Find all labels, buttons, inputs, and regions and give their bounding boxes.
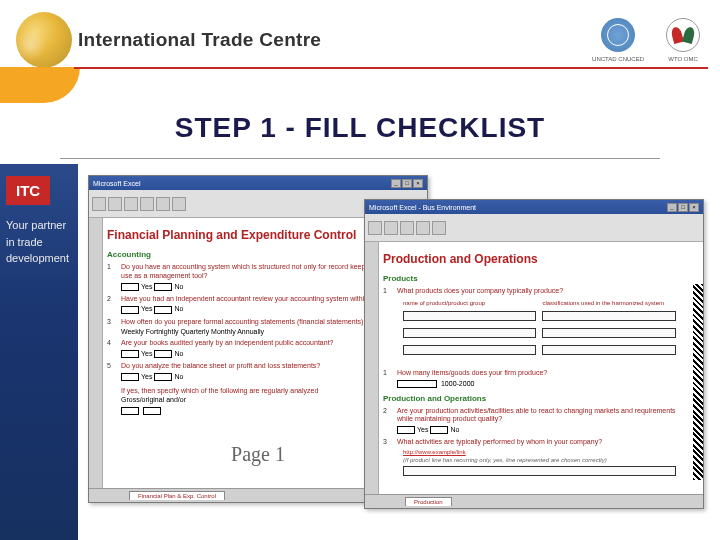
checkbox[interactable] bbox=[154, 306, 172, 314]
content-area: Microsoft Excel _ □ × Financial Planning… bbox=[82, 175, 714, 534]
row-headers bbox=[89, 218, 103, 488]
text-field[interactable] bbox=[397, 380, 437, 388]
checkbox[interactable] bbox=[154, 373, 172, 381]
col-label: classifications used in the harmonized s… bbox=[542, 300, 664, 306]
sheet-tab[interactable]: Production bbox=[405, 497, 452, 506]
page-number: Page 1 bbox=[231, 443, 285, 466]
text-field[interactable] bbox=[542, 345, 675, 355]
checkbox[interactable] bbox=[121, 373, 139, 381]
wto-icon bbox=[666, 18, 700, 52]
tagline-2: in trade bbox=[6, 234, 72, 251]
unctad-logo: UNCTAD CNUCED bbox=[592, 18, 644, 62]
org-logo-block: International Trade Centre bbox=[16, 12, 321, 68]
excel-toolbar bbox=[365, 214, 703, 242]
checkbox[interactable] bbox=[121, 306, 139, 314]
question-text: What activities are typically performed … bbox=[397, 438, 602, 445]
column-labels: name of product/product group classifica… bbox=[403, 300, 693, 306]
sheet-tab[interactable]: Financial Plan & Exp. Control bbox=[129, 491, 225, 500]
minimize-button[interactable]: _ bbox=[391, 179, 401, 188]
answer-row: 1000-2000 bbox=[397, 380, 693, 388]
close-button[interactable]: × bbox=[689, 203, 699, 212]
window-title: Microsoft Excel bbox=[93, 180, 391, 187]
titlebar: Microsoft Excel - Bus Environment _ □ × bbox=[365, 200, 703, 214]
toolbar-button[interactable] bbox=[108, 197, 122, 211]
text-field[interactable] bbox=[403, 345, 536, 355]
subsection-header: Products bbox=[383, 274, 693, 283]
scrollbar-pattern[interactable] bbox=[693, 284, 703, 480]
text-field[interactable] bbox=[542, 311, 675, 321]
sheet-tabs: Production bbox=[365, 494, 703, 508]
question-text: How many items/goods does your firm prod… bbox=[397, 369, 547, 376]
sidebar: ITC Your partner in trade development bbox=[0, 164, 78, 540]
col-label: name of product/product group bbox=[403, 300, 536, 306]
wto-label: WTO OMC bbox=[666, 56, 700, 62]
tagline-1: Your partner bbox=[6, 217, 72, 234]
question-p2: 2Are your production activities/faciliti… bbox=[397, 407, 693, 425]
minimize-button[interactable]: _ bbox=[667, 203, 677, 212]
close-button[interactable]: × bbox=[413, 179, 423, 188]
titlebar: Microsoft Excel _ □ × bbox=[89, 176, 427, 190]
window-buttons: _ □ × bbox=[391, 179, 423, 188]
tagline-3: development bbox=[6, 250, 72, 267]
toolbar-button[interactable] bbox=[124, 197, 138, 211]
unctad-label: UNCTAD CNUCED bbox=[592, 56, 644, 62]
tagline: Your partner in trade development bbox=[6, 217, 72, 267]
checkbox[interactable] bbox=[430, 426, 448, 434]
question-text: Are your production activities/facilitie… bbox=[397, 407, 676, 423]
checkbox[interactable] bbox=[397, 426, 415, 434]
un-wreath-icon bbox=[601, 18, 635, 52]
hint-text: (If product line has recurring only, yes… bbox=[403, 457, 693, 463]
toolbar-button[interactable] bbox=[400, 221, 414, 235]
question-p1b: 1How many items/goods does your firm pro… bbox=[397, 369, 693, 378]
toolbar-button[interactable] bbox=[92, 197, 106, 211]
section-title: Production and Operations bbox=[383, 252, 693, 266]
org-name: International Trade Centre bbox=[78, 29, 321, 51]
partner-logos: UNCTAD CNUCED WTO OMC bbox=[592, 18, 700, 62]
text-field[interactable] bbox=[403, 328, 536, 338]
checkbox[interactable] bbox=[154, 283, 172, 291]
excel-window-production: Microsoft Excel - Bus Environment _ □ × … bbox=[364, 199, 704, 509]
wto-logo: WTO OMC bbox=[666, 18, 700, 62]
text-field[interactable] bbox=[542, 328, 675, 338]
input-row bbox=[403, 325, 693, 342]
checkbox[interactable] bbox=[154, 350, 172, 358]
checkbox[interactable] bbox=[121, 283, 139, 291]
maximize-button[interactable]: □ bbox=[402, 179, 412, 188]
globe-icon bbox=[16, 12, 72, 68]
checkbox[interactable] bbox=[143, 407, 161, 415]
maximize-button[interactable]: □ bbox=[678, 203, 688, 212]
row-headers bbox=[365, 242, 379, 494]
itc-badge: ITC bbox=[6, 176, 50, 205]
title-rule bbox=[60, 158, 660, 159]
text-field[interactable] bbox=[403, 311, 536, 321]
slide-title: STEP 1 - FILL CHECKLIST bbox=[0, 112, 720, 144]
question-text: Do you analyze the balance sheet or prof… bbox=[121, 362, 320, 369]
subsection-header: Production and Operations bbox=[383, 394, 693, 403]
input-row bbox=[403, 342, 693, 359]
question-p1: 1What products does your company typical… bbox=[397, 287, 693, 296]
question-text: What products does your company typicall… bbox=[397, 287, 563, 294]
text-field[interactable] bbox=[403, 466, 676, 476]
checkbox[interactable] bbox=[121, 407, 139, 415]
decorative-curve bbox=[0, 67, 80, 103]
toolbar-button[interactable] bbox=[140, 197, 154, 211]
hyperlink[interactable]: http://www.example/link bbox=[403, 449, 693, 455]
question-text: How often do you prepare formal accounti… bbox=[121, 318, 367, 325]
toolbar-button[interactable] bbox=[172, 197, 186, 211]
answer-row: Yes No bbox=[397, 426, 693, 434]
toolbar-button[interactable] bbox=[156, 197, 170, 211]
question-text: Are your books audited yearly by an inde… bbox=[121, 339, 333, 346]
header-rule bbox=[74, 67, 708, 69]
toolbar-button[interactable] bbox=[384, 221, 398, 235]
slide-header: International Trade Centre UNCTAD CNUCED… bbox=[0, 0, 720, 102]
worksheet: Production and Operations Products 1What… bbox=[365, 242, 703, 494]
toolbar-button[interactable] bbox=[416, 221, 430, 235]
question-p3: 3What activities are typically performed… bbox=[397, 438, 693, 447]
toolbar-button[interactable] bbox=[432, 221, 446, 235]
window-buttons: _ □ × bbox=[667, 203, 699, 212]
toolbar-button[interactable] bbox=[368, 221, 382, 235]
window-title: Microsoft Excel - Bus Environment bbox=[369, 204, 667, 211]
input-row bbox=[403, 308, 693, 325]
checkbox[interactable] bbox=[121, 350, 139, 358]
